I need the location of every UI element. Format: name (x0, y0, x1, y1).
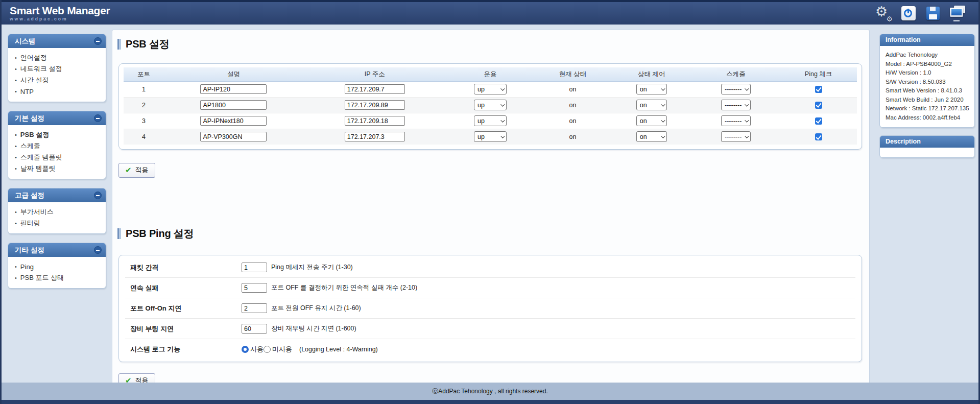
operation-select[interactable]: up (474, 131, 507, 142)
form-row-consecutive-fail: 연속 실패 포트 OFF 를 결정하기 위한 연속적 실패 개수 (2-10) (125, 278, 855, 298)
chevron-down-icon (661, 102, 665, 106)
status-control-select[interactable]: on (636, 84, 667, 94)
sidebar-item-language[interactable]: •언어설정 (8, 52, 106, 63)
sidebar-item-ping[interactable]: •Ping (8, 261, 106, 272)
sidebar-section-advanced: 고급 설정 •부가서비스 •필터링 (8, 188, 106, 234)
syslog-disable-radio[interactable] (264, 346, 271, 353)
form-row-packet-interval: 패킷 간격 Ping 메세지 전송 주기 (1-30) (125, 257, 855, 278)
ping-check-checkbox[interactable] (815, 102, 822, 109)
description-panel-body (880, 148, 974, 157)
port-number: 1 (142, 86, 146, 93)
bullet-icon: • (15, 264, 17, 270)
bullet-icon: • (15, 209, 17, 215)
schedule-select[interactable]: -------- (721, 100, 751, 110)
table-row: 3 up on on -------- (124, 113, 857, 129)
apply-button[interactable]: ✔ 적용 (118, 373, 155, 383)
sidebar-item-filtering[interactable]: •필터링 (8, 218, 106, 229)
chevron-down-icon (745, 118, 749, 122)
monitor-icon[interactable] (950, 6, 965, 21)
table-header-row: 포트 설명 IP 주소 운용 현재 상태 상태 제어 스케줄 Ping 체크 (124, 67, 857, 81)
description-input[interactable] (200, 84, 267, 94)
chevron-down-icon (500, 86, 505, 90)
port-number: 2 (142, 102, 146, 109)
info-line: AddPac Tehonology (886, 51, 970, 60)
info-line: Smart Web Build : Jun 2 2020 (886, 96, 970, 105)
ip-address-input[interactable] (345, 100, 405, 110)
info-line: H/W Version : 1.0 (886, 68, 970, 78)
operation-select[interactable]: up (474, 115, 507, 126)
bullet-icon: • (15, 88, 17, 94)
ping-check-checkbox[interactable] (815, 117, 822, 125)
smart-web-manager-page: Smart Web Manager www.addpac.com ⚙ ⚙ (0, 0, 980, 404)
description-input[interactable] (200, 132, 267, 141)
settings-gear-icon[interactable]: ⚙ ⚙ (876, 6, 892, 21)
status-control-select[interactable]: on (636, 115, 667, 126)
info-line: Model : AP-PSB4000_G2 (886, 60, 970, 69)
ping-check-checkbox[interactable] (815, 133, 822, 140)
sidebar-item-time[interactable]: •시간 설정 (8, 75, 106, 86)
ip-address-input[interactable] (345, 116, 405, 126)
syslog-enable-radio[interactable] (242, 346, 249, 353)
schedule-select[interactable]: -------- (721, 115, 751, 126)
sidebar-item-network[interactable]: •네트워크 설정 (8, 63, 106, 75)
bullet-icon: • (15, 66, 17, 72)
col-header-schedule: 스케줄 (692, 67, 780, 81)
sidebar-item-schedule-template[interactable]: •스케줄 템플릿 (8, 152, 106, 163)
sidebar-item-supplementary[interactable]: •부가서비스 (8, 206, 106, 218)
collapse-icon[interactable] (94, 114, 102, 122)
right-column: Information AddPac Tehonology Model : AP… (879, 34, 975, 165)
schedule-select[interactable]: -------- (721, 84, 751, 94)
sidebar: 시스템 •언어설정 •네트워크 설정 •시간 설정 •NTP 기본 설정 •PS… (8, 34, 106, 297)
col-header-ping-check: Ping 체크 (780, 67, 857, 81)
description-input[interactable] (200, 116, 267, 126)
schedule-select[interactable]: -------- (721, 131, 751, 142)
psb-table-container: 포트 설명 IP 주소 운용 현재 상태 상태 제어 스케줄 Ping 체크 1 (118, 63, 862, 150)
table-row: 1 up on on -------- (124, 81, 857, 97)
bullet-icon: • (15, 77, 17, 83)
bullet-icon: • (15, 275, 17, 281)
port-number: 4 (142, 133, 146, 140)
consecutive-fail-input[interactable] (242, 283, 267, 293)
save-icon[interactable] (925, 6, 941, 21)
boot-delay-input[interactable] (242, 324, 267, 334)
off-on-delay-input[interactable] (242, 303, 267, 313)
collapse-icon[interactable] (94, 246, 102, 254)
chevron-down-icon (745, 134, 749, 138)
sidebar-section-system: 시스템 •언어설정 •네트워크 설정 •시간 설정 •NTP (8, 34, 106, 102)
content-area: 시스템 •언어설정 •네트워크 설정 •시간 설정 •NTP 기본 설정 •PS… (2, 25, 978, 383)
check-icon: ✔ (125, 165, 132, 175)
ip-address-input[interactable] (345, 84, 405, 94)
section-header-basic: 기본 설정 (8, 111, 106, 125)
operation-select[interactable]: up (474, 84, 507, 94)
status-control-select[interactable]: on (636, 100, 667, 110)
bullet-icon: • (15, 143, 17, 149)
chevron-down-icon (661, 118, 665, 122)
collapse-icon[interactable] (94, 37, 102, 45)
title-accent-bar (117, 228, 121, 239)
operation-select[interactable]: up (474, 100, 507, 110)
chevron-down-icon (661, 86, 665, 90)
collapse-icon[interactable] (94, 192, 102, 199)
sidebar-item-date-template[interactable]: •날짜 템플릿 (8, 163, 106, 174)
info-line: Smart Web Version : 8.41.0.3 (886, 86, 970, 96)
info-line: Mac Address: 0002.a4ff.feb4 (886, 113, 970, 123)
chevron-down-icon (745, 86, 749, 90)
current-status-value: on (569, 133, 577, 140)
brand-url: www.addpac.com (10, 17, 110, 21)
col-header-ip: IP 주소 (303, 67, 446, 81)
description-panel: Description (879, 135, 975, 158)
packet-interval-input[interactable] (242, 263, 267, 272)
chevron-down-icon (661, 134, 665, 138)
sidebar-item-ntp[interactable]: •NTP (8, 86, 106, 97)
copyright-text: ⓒAddPac Tehonology , all rights reserved… (432, 388, 548, 395)
sidebar-item-schedule[interactable]: •스케줄 (8, 140, 106, 152)
power-icon[interactable] (901, 6, 916, 21)
ping-check-checkbox[interactable] (815, 86, 822, 93)
status-control-select[interactable]: on (636, 131, 667, 142)
description-input[interactable] (200, 100, 267, 110)
sidebar-item-psb-port-status[interactable]: •PSB 포트 상태 (8, 272, 106, 283)
ip-address-input[interactable] (345, 132, 405, 141)
apply-button[interactable]: ✔ 적용 (118, 163, 155, 178)
sidebar-item-psb-settings[interactable]: •PSB 설정 (8, 129, 106, 140)
chevron-down-icon (500, 102, 505, 106)
